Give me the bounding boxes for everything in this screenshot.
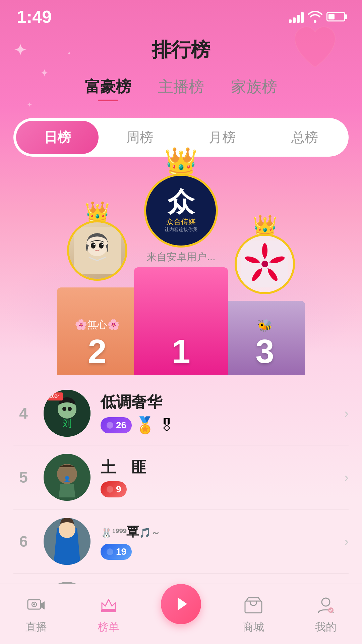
shop-icon <box>242 594 265 617</box>
main-tab-bar: 富豪榜 主播榜 家族榜 <box>0 76 362 108</box>
podium-rank-second: 2 <box>88 334 107 368</box>
rank-info-6: 🐰¹⁹⁹⁹覃🎵～ 19 <box>101 523 338 560</box>
status-time: 1:49 <box>17 7 52 27</box>
podium-badge-third: 🐝 <box>257 319 273 333</box>
signal-icon <box>289 11 304 23</box>
svg-point-5 <box>102 244 103 245</box>
svg-point-3 <box>99 243 104 249</box>
rank-badges-5: 9 <box>101 481 338 497</box>
bottom-nav: 直播 榜单 商城 <box>0 584 362 644</box>
podium-name-second: 🌸無心🌸 <box>71 318 123 332</box>
rank-number-5: 5 <box>13 468 34 486</box>
podium-first[interactable]: 👑 众 众合传媒 让内容连接你我 来自安卓用户... 1 <box>134 146 228 375</box>
rank-info-5: 土 匪 9 <box>101 457 338 497</box>
nav-label-shop: 商城 <box>243 620 264 635</box>
nav-live[interactable]: 直播 <box>0 594 72 635</box>
rank-avatar-4: 刘 2024 <box>44 390 90 437</box>
svg-point-39 <box>33 603 35 605</box>
podium-third[interactable]: 👑 <box>225 213 305 375</box>
podium-base-first: 1 <box>134 267 228 375</box>
svg-text:刘: 刘 <box>62 418 72 429</box>
status-bar: 1:49 <box>0 0 362 30</box>
svg-point-25 <box>107 422 113 429</box>
tab-daily[interactable]: 日榜 <box>16 121 99 154</box>
rank-badges-6: 19 <box>101 544 338 560</box>
svg-point-12 <box>262 243 267 258</box>
avatar-first: 众 众合传媒 让内容连接你我 <box>144 174 218 248</box>
wifi-icon <box>308 11 322 23</box>
svg-text:2024: 2024 <box>49 393 60 399</box>
svg-point-17 <box>261 261 268 267</box>
podium-username-first: 来自安卓用户... <box>146 250 215 264</box>
svg-text:👤: 👤 <box>64 476 70 482</box>
svg-point-44 <box>328 607 334 613</box>
svg-point-21 <box>68 407 72 411</box>
svg-point-20 <box>62 407 66 411</box>
rank-avatar-6 <box>44 518 90 565</box>
rank-arrow-6: › <box>344 534 349 549</box>
podium-base-third: 🐝 3 <box>225 301 305 375</box>
nav-rank[interactable]: 榜单 <box>72 594 145 635</box>
svg-point-43 <box>322 598 330 606</box>
nav-play[interactable] <box>145 584 217 631</box>
rank-icon <box>97 594 120 617</box>
rank-number-6: 6 <box>13 532 34 550</box>
rank-badge-6-1: 19 <box>101 544 132 560</box>
nav-shop[interactable]: 商城 <box>217 594 290 635</box>
avatar-second <box>67 220 127 281</box>
tab-anchor[interactable]: 主播榜 <box>158 76 204 101</box>
rank-name-6: 🐰¹⁹⁹⁹覃🎵～ <box>101 523 338 540</box>
nav-mine[interactable]: 我的 <box>290 594 362 635</box>
svg-point-31 <box>59 521 75 538</box>
page-title: 排行榜 <box>0 30 362 76</box>
svg-rect-42 <box>245 601 262 613</box>
status-icons <box>289 11 345 23</box>
svg-marker-41 <box>178 597 187 610</box>
tab-total[interactable]: 总榜 <box>263 121 346 154</box>
rank-arrow-5: › <box>344 470 349 485</box>
play-button[interactable] <box>161 584 201 624</box>
nav-label-live: 直播 <box>25 620 47 635</box>
podium-container: 👑 <box>0 173 362 375</box>
podium-base-second: 🌸無心🌸 2 <box>57 287 137 375</box>
rank-badge-4-1: 26 <box>101 417 132 433</box>
rank-arrow-4: › <box>344 406 349 421</box>
podium-second[interactable]: 👑 <box>57 200 137 375</box>
crown-first: 👑 <box>164 146 198 177</box>
svg-point-32 <box>107 548 113 555</box>
tab-family[interactable]: 家族榜 <box>231 76 277 101</box>
svg-point-29 <box>107 486 113 493</box>
rank-badges-4: 26 🏅 🎖 <box>101 416 338 435</box>
mine-icon <box>314 594 338 617</box>
rank-name-4: 低调奢华 <box>101 392 338 413</box>
rank-item-6[interactable]: 6 🐰¹⁹⁹⁹覃🎵～ 19 › <box>13 509 349 574</box>
nav-label-mine: 我的 <box>315 620 337 635</box>
rank-item-5[interactable]: 5 👤 土 匪 9 › <box>13 445 349 509</box>
podium-rank-third: 3 <box>255 334 274 368</box>
podium-section: 👑 <box>0 167 362 375</box>
rank-name-5: 土 匪 <box>101 457 338 478</box>
svg-rect-40 <box>101 609 116 612</box>
rank-badge-4-2: 🏅 <box>135 416 155 435</box>
rank-avatar-5: 👤 <box>44 454 90 501</box>
rank-number-4: 4 <box>13 404 34 422</box>
rank-item-4[interactable]: 4 刘 2024 低调奢华 26 🏅 <box>13 381 349 445</box>
rank-info-4: 低调奢华 26 🏅 🎖 <box>101 392 338 435</box>
rank-badge-5-1: 9 <box>101 481 127 497</box>
tab-rich[interactable]: 富豪榜 <box>85 76 131 101</box>
svg-point-4 <box>94 244 95 245</box>
nav-label-rank: 榜单 <box>98 620 119 635</box>
rank-badge-4-3: 🎖 <box>159 416 175 435</box>
avatar-third <box>235 234 295 294</box>
svg-point-2 <box>91 243 96 249</box>
live-icon <box>24 594 48 617</box>
podium-rank-first: 1 <box>172 334 190 368</box>
battery-icon <box>326 12 345 21</box>
